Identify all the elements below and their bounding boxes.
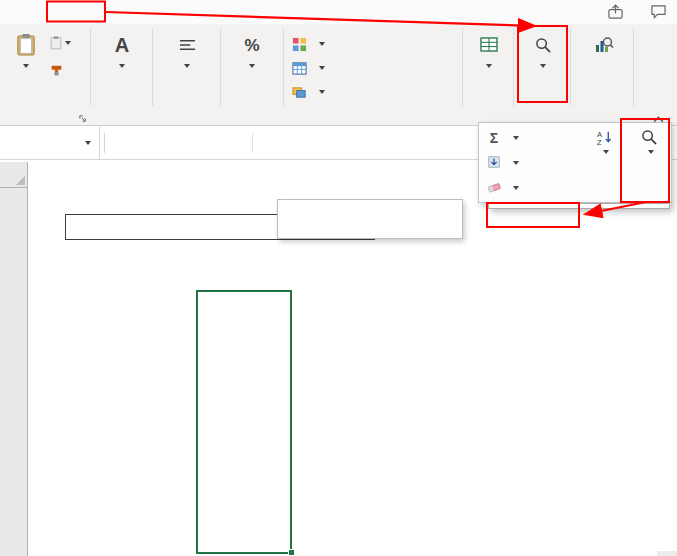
paste-button[interactable] bbox=[6, 30, 46, 68]
ribbon: A % bbox=[0, 24, 677, 126]
analyze-data-icon bbox=[594, 30, 614, 60]
chevron-down-icon bbox=[486, 64, 492, 68]
format-painter-icon bbox=[50, 64, 63, 77]
editing-group-button[interactable] bbox=[519, 30, 567, 68]
group-separator bbox=[462, 28, 463, 106]
chevron-down-icon bbox=[513, 136, 519, 140]
chevron-down-icon bbox=[513, 186, 519, 190]
dialog-launcher-icon[interactable] bbox=[78, 112, 87, 126]
group-separator bbox=[570, 28, 571, 106]
menubar-right bbox=[607, 4, 667, 22]
chevron-down-icon bbox=[603, 150, 609, 154]
chevron-down-icon bbox=[119, 64, 125, 68]
copy-button[interactable] bbox=[50, 36, 71, 50]
fill-handle[interactable] bbox=[288, 549, 295, 556]
clipboard-paste-icon bbox=[16, 30, 36, 60]
sort-filter-icon: AZ bbox=[596, 129, 613, 148]
conditional-formatting-icon bbox=[292, 37, 307, 52]
menu-tabs bbox=[0, 0, 677, 24]
menu-bar bbox=[0, 0, 677, 24]
cell-styles-icon bbox=[292, 85, 307, 100]
magnifier-icon bbox=[535, 30, 552, 60]
chevron-down-icon bbox=[65, 41, 71, 45]
group-separator bbox=[220, 28, 221, 106]
copy-icon bbox=[50, 36, 62, 50]
find-select-menu bbox=[488, 203, 670, 209]
chevron-down-icon bbox=[23, 64, 29, 68]
editing-flyout: Σ AZ bbox=[478, 122, 672, 203]
chevron-down-icon bbox=[648, 150, 654, 154]
chevron-down-icon bbox=[540, 64, 546, 68]
alignment-icon bbox=[179, 30, 196, 60]
site-watermark bbox=[657, 551, 677, 556]
group-separator bbox=[283, 28, 284, 106]
chevron-down-icon bbox=[85, 141, 91, 145]
group-separator bbox=[90, 28, 91, 106]
find-tooltip bbox=[277, 199, 463, 239]
group-separator bbox=[152, 28, 153, 106]
group-separator bbox=[513, 28, 514, 106]
group-separator bbox=[633, 28, 634, 106]
conditional-formatting-button[interactable] bbox=[292, 34, 325, 54]
excel-window: A % bbox=[0, 0, 677, 556]
clear-button[interactable] bbox=[483, 176, 579, 200]
eraser-icon bbox=[487, 180, 501, 196]
cell-styles-button[interactable] bbox=[292, 82, 325, 102]
format-as-table-button[interactable] bbox=[292, 58, 325, 78]
fill-icon bbox=[487, 155, 501, 171]
magnifier-icon bbox=[641, 129, 658, 148]
fill-button[interactable] bbox=[483, 151, 579, 175]
percent-icon: % bbox=[244, 30, 259, 60]
font-icon: A bbox=[115, 30, 129, 60]
divider bbox=[104, 133, 105, 153]
name-box[interactable] bbox=[0, 126, 100, 159]
find-select-button[interactable] bbox=[627, 129, 671, 154]
number-group-button[interactable]: % bbox=[226, 30, 278, 68]
analyze-data-button[interactable] bbox=[576, 30, 632, 76]
format-as-table-icon bbox=[292, 61, 307, 76]
chevron-down-icon bbox=[184, 64, 190, 68]
svg-text:Z: Z bbox=[596, 138, 601, 146]
comments-icon[interactable] bbox=[650, 4, 667, 22]
chevron-down-icon bbox=[249, 64, 255, 68]
chevron-down-icon bbox=[319, 42, 325, 46]
autosum-sigma-icon: Σ bbox=[487, 131, 501, 145]
select-all-corner[interactable] bbox=[0, 162, 28, 188]
cells-group-button[interactable] bbox=[466, 30, 512, 68]
share-icon[interactable] bbox=[607, 4, 624, 22]
cells-icon bbox=[479, 30, 499, 60]
chevron-down-icon bbox=[513, 161, 519, 165]
autosum-button[interactable]: Σ bbox=[483, 126, 579, 150]
chevron-down-icon bbox=[319, 66, 325, 70]
row-header-strip bbox=[0, 188, 28, 556]
sort-filter-button[interactable]: AZ bbox=[583, 129, 625, 154]
divider bbox=[252, 133, 253, 153]
font-group-button[interactable]: A bbox=[96, 30, 148, 68]
chevron-down-icon bbox=[319, 90, 325, 94]
alignment-group-button[interactable] bbox=[158, 30, 216, 68]
format-painter-button[interactable] bbox=[50, 64, 63, 77]
